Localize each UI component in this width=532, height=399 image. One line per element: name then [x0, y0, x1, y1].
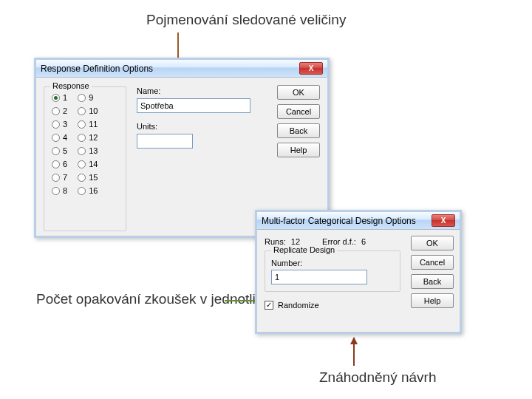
help-button[interactable]: Help — [277, 143, 320, 157]
error-df-value: 6 — [361, 237, 366, 246]
response-radio-11[interactable]: 11 — [78, 120, 98, 129]
response-radio-13[interactable]: 13 — [78, 146, 98, 155]
units-label: Units: — [137, 122, 250, 131]
back-button[interactable]: Back — [277, 123, 320, 138]
back-button[interactable]: Back — [411, 274, 454, 289]
name-label: Name: — [137, 86, 250, 95]
response-radio-16[interactable]: 16 — [78, 186, 98, 195]
name-input[interactable]: Spotřeba — [137, 98, 250, 113]
response-radio-10[interactable]: 10 — [78, 106, 98, 115]
response-radio-3[interactable]: 3 — [52, 120, 67, 129]
response-group: Response 1 2 3 4 5 6 7 8 9 10 11 12 — [44, 86, 126, 231]
response-radio-4[interactable]: 4 — [52, 133, 67, 142]
ok-button[interactable]: OK — [411, 236, 454, 250]
response-radio-12[interactable]: 12 — [78, 133, 98, 142]
replicate-design-label: Replicate Design — [271, 245, 337, 254]
dialog-title: Multi-factor Categorical Design Options — [262, 216, 416, 226]
units-input[interactable] — [137, 134, 193, 149]
close-icon[interactable]: X — [299, 62, 323, 75]
help-button[interactable]: Help — [411, 293, 454, 308]
response-radio-2[interactable]: 2 — [52, 106, 67, 115]
annotation-randomize: Znáhodněný návrh — [319, 369, 436, 386]
number-input[interactable]: 1 — [271, 270, 367, 284]
response-group-label: Response — [50, 81, 92, 90]
randomize-label: Randomize — [278, 301, 319, 310]
cancel-button[interactable]: Cancel — [411, 255, 454, 270]
cancel-button[interactable]: Cancel — [277, 104, 320, 119]
ok-button[interactable]: OK — [277, 85, 320, 100]
response-radio-7[interactable]: 7 — [52, 173, 67, 182]
replicate-design-group: Replicate Design Number: 1 — [265, 250, 400, 292]
dialog-title: Response Definition Options — [41, 64, 153, 74]
dialog-titlebar: Multi-factor Categorical Design Options … — [257, 212, 460, 230]
dialog-titlebar: Response Definition Options X — [36, 60, 327, 78]
response-radio-5[interactable]: 5 — [52, 146, 67, 155]
randomize-checkbox[interactable]: ✓ — [265, 301, 273, 310]
response-radio-6[interactable]: 6 — [52, 160, 67, 168]
multifactor-options-dialog: Multi-factor Categorical Design Options … — [255, 210, 462, 334]
number-label: Number: — [271, 259, 394, 267]
annotation-naming: Pojmenování sledované veličiny — [146, 12, 346, 28]
arrow-to-randomize-checkbox — [353, 338, 355, 366]
response-radio-14[interactable]: 14 — [78, 160, 98, 168]
response-radio-8[interactable]: 8 — [52, 186, 67, 195]
close-icon[interactable]: X — [432, 214, 455, 227]
response-radio-1[interactable]: 1 — [52, 93, 67, 102]
response-radio-9[interactable]: 9 — [78, 93, 98, 102]
response-radio-15[interactable]: 15 — [78, 173, 98, 182]
